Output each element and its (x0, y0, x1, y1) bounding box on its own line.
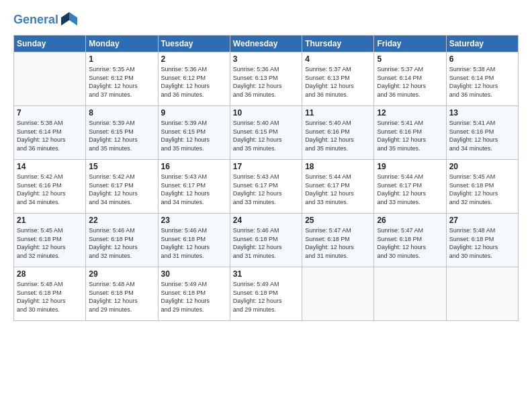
logo: General (13, 11, 79, 30)
day-number: 12 (377, 108, 443, 118)
calendar-cell: 30Sunrise: 5:49 AM Sunset: 6:18 PM Dayli… (158, 267, 230, 321)
calendar-week-row: 1Sunrise: 5:35 AM Sunset: 6:12 PM Daylig… (14, 52, 519, 106)
logo-icon (60, 11, 79, 30)
day-info: Sunrise: 5:39 AM Sunset: 6:15 PM Dayligh… (161, 119, 227, 152)
calendar-cell: 27Sunrise: 5:48 AM Sunset: 6:18 PM Dayli… (446, 214, 518, 267)
day-number: 26 (377, 216, 443, 225)
day-info: Sunrise: 5:45 AM Sunset: 6:18 PM Dayligh… (17, 226, 83, 260)
day-info: Sunrise: 5:47 AM Sunset: 6:18 PM Dayligh… (305, 226, 371, 260)
calendar-cell: 19Sunrise: 5:44 AM Sunset: 6:17 PM Dayli… (374, 160, 446, 214)
day-info: Sunrise: 5:48 AM Sunset: 6:18 PM Dayligh… (17, 280, 83, 314)
day-info: Sunrise: 5:39 AM Sunset: 6:15 PM Dayligh… (89, 119, 154, 152)
calendar-cell: 25Sunrise: 5:47 AM Sunset: 6:18 PM Dayli… (302, 214, 374, 267)
calendar-cell: 24Sunrise: 5:46 AM Sunset: 6:18 PM Dayli… (230, 214, 302, 267)
calendar-cell: 28Sunrise: 5:48 AM Sunset: 6:18 PM Dayli… (14, 267, 86, 321)
day-info: Sunrise: 5:46 AM Sunset: 6:18 PM Dayligh… (161, 226, 227, 260)
calendar-cell: 7Sunrise: 5:38 AM Sunset: 6:14 PM Daylig… (14, 106, 86, 160)
day-info: Sunrise: 5:48 AM Sunset: 6:18 PM Dayligh… (89, 280, 154, 314)
day-number: 16 (161, 162, 227, 171)
calendar-header-row: SundayMondayTuesdayWednesdayThursdayFrid… (14, 36, 519, 52)
calendar-cell: 8Sunrise: 5:39 AM Sunset: 6:15 PM Daylig… (86, 106, 158, 160)
calendar-week-row: 28Sunrise: 5:48 AM Sunset: 6:18 PM Dayli… (14, 267, 519, 321)
calendar-cell: 20Sunrise: 5:45 AM Sunset: 6:18 PM Dayli… (446, 160, 518, 214)
calendar-cell: 4Sunrise: 5:37 AM Sunset: 6:13 PM Daylig… (302, 52, 374, 106)
day-info: Sunrise: 5:49 AM Sunset: 6:18 PM Dayligh… (161, 280, 227, 314)
calendar-cell: 15Sunrise: 5:42 AM Sunset: 6:17 PM Dayli… (86, 160, 158, 214)
svg-marker-0 (69, 12, 77, 26)
day-number: 8 (89, 108, 154, 118)
day-info: Sunrise: 5:38 AM Sunset: 6:14 PM Dayligh… (17, 119, 83, 152)
calendar-cell: 11Sunrise: 5:40 AM Sunset: 6:16 PM Dayli… (302, 106, 374, 160)
day-info: Sunrise: 5:37 AM Sunset: 6:13 PM Dayligh… (305, 65, 371, 99)
calendar-cell: 10Sunrise: 5:40 AM Sunset: 6:15 PM Dayli… (230, 106, 302, 160)
day-info: Sunrise: 5:44 AM Sunset: 6:17 PM Dayligh… (377, 173, 443, 206)
day-number: 31 (233, 269, 299, 279)
calendar-cell: 21Sunrise: 5:45 AM Sunset: 6:18 PM Dayli… (14, 214, 86, 267)
day-info: Sunrise: 5:41 AM Sunset: 6:16 PM Dayligh… (449, 119, 515, 152)
calendar-header-wednesday: Wednesday (230, 36, 302, 52)
calendar-table: SundayMondayTuesdayWednesdayThursdayFrid… (13, 35, 519, 321)
calendar-cell: 1Sunrise: 5:35 AM Sunset: 6:12 PM Daylig… (86, 52, 158, 106)
day-number: 25 (305, 216, 371, 225)
calendar-cell: 22Sunrise: 5:46 AM Sunset: 6:18 PM Dayli… (86, 214, 158, 267)
day-info: Sunrise: 5:45 AM Sunset: 6:18 PM Dayligh… (449, 173, 515, 206)
calendar-cell: 5Sunrise: 5:37 AM Sunset: 6:14 PM Daylig… (374, 52, 446, 106)
day-info: Sunrise: 5:42 AM Sunset: 6:16 PM Dayligh… (17, 173, 83, 206)
day-number: 1 (89, 54, 154, 64)
calendar-header-sunday: Sunday (14, 36, 86, 52)
calendar-header-friday: Friday (374, 36, 446, 52)
day-info: Sunrise: 5:42 AM Sunset: 6:17 PM Dayligh… (89, 173, 154, 206)
day-info: Sunrise: 5:35 AM Sunset: 6:12 PM Dayligh… (89, 65, 154, 99)
day-number: 29 (89, 269, 154, 279)
calendar-cell: 29Sunrise: 5:48 AM Sunset: 6:18 PM Dayli… (86, 267, 158, 321)
day-number: 23 (161, 216, 227, 225)
day-number: 30 (161, 269, 227, 279)
calendar-cell: 2Sunrise: 5:36 AM Sunset: 6:12 PM Daylig… (158, 52, 230, 106)
day-number: 20 (449, 162, 515, 171)
day-number: 17 (233, 162, 299, 171)
day-info: Sunrise: 5:41 AM Sunset: 6:16 PM Dayligh… (377, 119, 443, 152)
calendar-header-saturday: Saturday (446, 36, 518, 52)
calendar-cell: 26Sunrise: 5:47 AM Sunset: 6:18 PM Dayli… (374, 214, 446, 267)
calendar-header-thursday: Thursday (302, 36, 374, 52)
day-info: Sunrise: 5:48 AM Sunset: 6:18 PM Dayligh… (449, 226, 515, 260)
calendar-week-row: 14Sunrise: 5:42 AM Sunset: 6:16 PM Dayli… (14, 160, 519, 214)
day-info: Sunrise: 5:36 AM Sunset: 6:13 PM Dayligh… (233, 65, 299, 99)
calendar-cell: 12Sunrise: 5:41 AM Sunset: 6:16 PM Dayli… (374, 106, 446, 160)
day-info: Sunrise: 5:44 AM Sunset: 6:17 PM Dayligh… (305, 173, 371, 206)
calendar-cell: 16Sunrise: 5:43 AM Sunset: 6:17 PM Dayli… (158, 160, 230, 214)
day-number: 6 (449, 54, 515, 64)
day-info: Sunrise: 5:49 AM Sunset: 6:18 PM Dayligh… (233, 280, 299, 314)
calendar-cell (14, 52, 86, 106)
calendar-cell (302, 267, 374, 321)
calendar-cell: 13Sunrise: 5:41 AM Sunset: 6:16 PM Dayli… (446, 106, 518, 160)
day-info: Sunrise: 5:43 AM Sunset: 6:17 PM Dayligh… (161, 173, 227, 206)
day-info: Sunrise: 5:36 AM Sunset: 6:12 PM Dayligh… (161, 65, 227, 99)
day-info: Sunrise: 5:46 AM Sunset: 6:18 PM Dayligh… (233, 226, 299, 260)
day-number: 21 (17, 216, 83, 225)
page: General SundayMondayTuesdayWednesdayThur… (0, 0, 532, 411)
svg-marker-1 (61, 12, 69, 26)
day-number: 11 (305, 108, 371, 118)
calendar-cell: 6Sunrise: 5:38 AM Sunset: 6:14 PM Daylig… (446, 52, 518, 106)
calendar-cell (374, 267, 446, 321)
day-number: 18 (305, 162, 371, 171)
day-number: 19 (377, 162, 443, 171)
day-info: Sunrise: 5:40 AM Sunset: 6:16 PM Dayligh… (305, 119, 371, 152)
calendar-cell: 23Sunrise: 5:46 AM Sunset: 6:18 PM Dayli… (158, 214, 230, 267)
day-info: Sunrise: 5:40 AM Sunset: 6:15 PM Dayligh… (233, 119, 299, 152)
day-number: 15 (89, 162, 154, 171)
calendar-cell: 14Sunrise: 5:42 AM Sunset: 6:16 PM Dayli… (14, 160, 86, 214)
logo-text: General (13, 13, 58, 27)
header-row: General (13, 11, 519, 30)
calendar-header-monday: Monday (86, 36, 158, 52)
day-number: 22 (89, 216, 154, 225)
calendar-header-tuesday: Tuesday (158, 36, 230, 52)
calendar-cell: 17Sunrise: 5:43 AM Sunset: 6:17 PM Dayli… (230, 160, 302, 214)
day-number: 27 (449, 216, 515, 225)
day-number: 9 (161, 108, 227, 118)
day-info: Sunrise: 5:37 AM Sunset: 6:14 PM Dayligh… (377, 65, 443, 99)
day-number: 14 (17, 162, 83, 171)
day-number: 10 (233, 108, 299, 118)
day-number: 7 (17, 108, 83, 118)
